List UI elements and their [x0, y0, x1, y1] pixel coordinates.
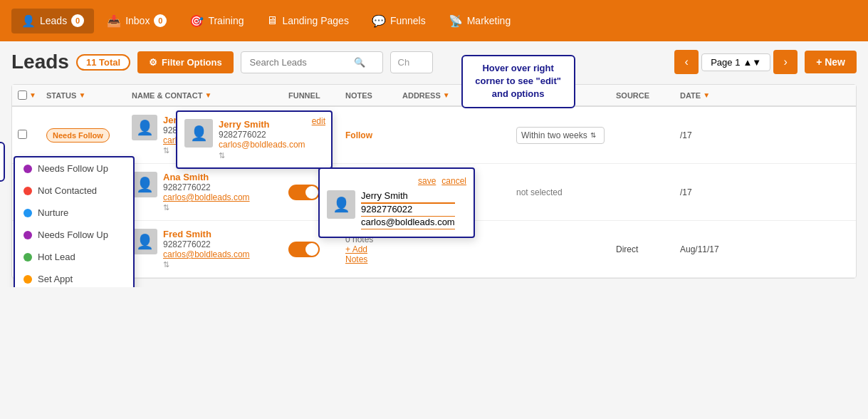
- nav-training[interactable]: 🎯 Training: [179, 9, 253, 33]
- row3-phone: 9282776022: [163, 239, 250, 249]
- contact-card-1: edit 👤 Jerry Smith 9282776022 carlos@bol…: [176, 110, 333, 169]
- cancel-link[interactable]: cancel: [441, 176, 466, 186]
- row1-source: [610, 130, 674, 141]
- row2-selling-value: not selected: [516, 187, 563, 197]
- status-label-5: Set Appt: [38, 274, 73, 284]
- card2-phone: 9282776022: [361, 204, 455, 217]
- row1-avatar: 👤: [132, 115, 157, 140]
- prev-page-button[interactable]: ‹: [674, 50, 699, 74]
- row3-contact: 👤 Fred Smith 9282776022 carlos@boldleads…: [126, 223, 283, 275]
- row3-date: Aug/11/17: [674, 239, 738, 260]
- row2-date: /17: [674, 182, 738, 203]
- status-item-not-contacted[interactable]: Not Contacted: [15, 180, 133, 202]
- row1-status[interactable]: Needs Follow: [41, 125, 126, 146]
- hover-tip-annotation: Hover over right corner to see "edit" an…: [461, 55, 575, 108]
- edit-link[interactable]: edit: [312, 116, 325, 126]
- status-item-nurture[interactable]: Nurture: [15, 202, 133, 224]
- status-dot-green: [23, 253, 32, 262]
- th-checkbox: ▼: [12, 90, 41, 100]
- th-funnel: FUNNEL: [283, 90, 340, 100]
- status-label-2: Nurture: [38, 207, 68, 218]
- nav-landing-pages[interactable]: 🖥 Landing Pages: [256, 9, 358, 33]
- table-row: d 👤 Ana Smith 9282776022 carlos@boldlead…: [12, 164, 856, 221]
- pagination: ‹ Page 1 ▲▼ ›: [674, 50, 798, 74]
- table-row: Needs Follow 👤 Jerry Smith 9282776022 ca…: [12, 107, 856, 164]
- ch-filter[interactable]: Ch: [390, 51, 433, 73]
- row2-name: Ana Smith: [163, 172, 250, 182]
- card2-email: carlos@boldleads.com: [361, 217, 455, 229]
- nav-landing-pages-label: Landing Pages: [282, 15, 348, 26]
- nav-funnels-label: Funnels: [390, 15, 426, 26]
- row3-source: Direct: [610, 239, 674, 260]
- row3-address: [397, 244, 511, 255]
- nav-funnels[interactable]: 💬 Funnels: [362, 9, 436, 33]
- status-dot-red: [23, 187, 32, 195]
- save-link[interactable]: save: [418, 176, 436, 186]
- status-item-needs-follow-up[interactable]: Needs Follow Up: [15, 157, 133, 180]
- row3-sort-icon: ⇅: [163, 260, 169, 269]
- row1-selling-dropdown[interactable]: Within two weeks ⇅: [516, 127, 605, 144]
- page-title: Leads: [11, 51, 69, 73]
- inbox-icon: 📥: [107, 14, 121, 28]
- search-box: 🔍: [241, 51, 383, 73]
- th-name: NAME & CONTACT ▼: [126, 90, 283, 100]
- nav-leads-label: Leads: [40, 15, 67, 26]
- row2-sort-icon: ⇅: [163, 203, 169, 212]
- row1-notes: Follow: [340, 125, 397, 146]
- card1-name: Jerry Smith: [219, 119, 305, 130]
- status-item-set-appt[interactable]: Set Appt: [15, 268, 133, 287]
- nav-leads[interactable]: 👤 Leads 0: [11, 9, 94, 33]
- total-badge: 11 Total: [76, 54, 130, 71]
- search-input[interactable]: [250, 57, 350, 68]
- select-all-checkbox[interactable]: [18, 90, 27, 100]
- row3-toggle[interactable]: [288, 242, 320, 257]
- card2-name: Jerry Smith: [361, 190, 455, 204]
- nav-marketing[interactable]: 📡 Marketing: [439, 9, 521, 33]
- landing-pages-icon: 🖥: [266, 14, 278, 27]
- next-page-button[interactable]: ›: [773, 50, 798, 74]
- add-notes-link[interactable]: + Add Notes: [345, 244, 391, 264]
- nav-inbox[interactable]: 📥 Inbox 0: [97, 9, 177, 33]
- status-label-1: Not Contacted: [38, 185, 97, 196]
- filter-label: Filter Options: [162, 57, 222, 68]
- training-icon: 🎯: [189, 14, 204, 28]
- th-status: STATUS ▼: [41, 90, 126, 100]
- row1-selling-value: Within two weeks: [521, 130, 587, 140]
- th-source: SOURCE: [610, 90, 674, 100]
- top-nav: 👤 Leads 0 📥 Inbox 0 🎯 Training 🖥 Landing…: [0, 0, 868, 41]
- page-indicator: Page 1 ▲▼: [701, 53, 770, 71]
- status-item-needs-follow-up-2[interactable]: Needs Follow Up: [15, 224, 133, 246]
- row2-source: [610, 187, 674, 198]
- status-label-0: Needs Follow Up: [38, 163, 108, 174]
- search-icon: 🔍: [354, 57, 365, 68]
- page-arrow-icon: ▲▼: [743, 57, 761, 68]
- status-options-annotation: Status options: [0, 142, 5, 182]
- status-label-4: Hot Lead: [38, 252, 75, 262]
- row1-selling-in: Within two weeks ⇅: [511, 121, 610, 150]
- row2-avatar: 👤: [132, 172, 157, 197]
- row1-date: /17: [674, 125, 738, 146]
- card1-email: carlos@boldleads.com: [219, 140, 305, 150]
- status-dot-orange: [23, 275, 32, 284]
- marketing-icon: 📡: [449, 14, 463, 28]
- row1-status-pill: Needs Follow: [46, 128, 110, 143]
- status-dropdown: Needs Follow Up Not Contacted Nurture Ne…: [14, 156, 135, 287]
- filter-icon: ⚙: [149, 57, 157, 68]
- row2-email: carlos@boldleads.com: [163, 192, 250, 202]
- card1-avatar: 👤: [184, 119, 213, 148]
- ch-label: Ch: [398, 57, 410, 68]
- nav-marketing-label: Marketing: [467, 15, 511, 26]
- row2-phone: 9282776022: [163, 182, 250, 192]
- page-label: Page 1: [711, 57, 740, 68]
- status-item-hot-lead[interactable]: Hot Lead: [15, 246, 133, 268]
- nav-inbox-label: Inbox: [125, 15, 150, 26]
- leads-table: ▼ STATUS ▼ NAME & CONTACT ▼ FUNNEL NOTES…: [11, 84, 857, 279]
- row1-checkbox[interactable]: [18, 130, 27, 139]
- funnels-icon: 💬: [372, 14, 386, 28]
- row3-name: Fred Smith: [163, 229, 250, 239]
- status-dot-blue: [23, 209, 32, 217]
- new-button[interactable]: + New: [805, 51, 857, 73]
- nav-training-label: Training: [208, 15, 244, 26]
- filter-options-button[interactable]: ⚙ Filter Options: [137, 51, 234, 73]
- row2-toggle[interactable]: [288, 185, 320, 200]
